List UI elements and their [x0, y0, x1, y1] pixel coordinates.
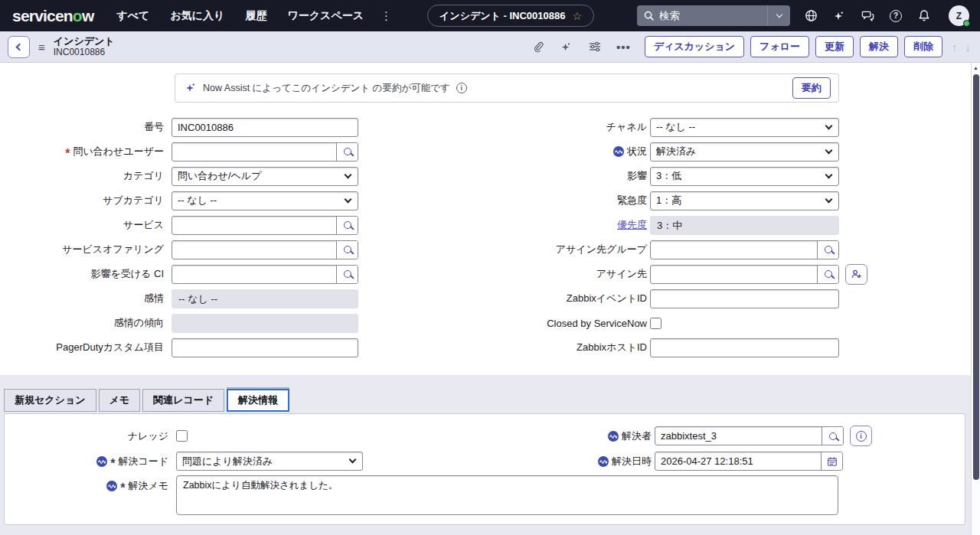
previous-record-arrow-icon[interactable]: ↑ [952, 41, 958, 54]
logo-green-o: o [73, 7, 82, 24]
knowledge-checkbox[interactable] [176, 430, 188, 442]
field-row-service: サービス [0, 213, 490, 237]
calendar-picker-button[interactable] [821, 452, 842, 470]
delete-button[interactable]: 削除 [904, 36, 942, 57]
help-icon[interactable]: ? [889, 9, 903, 23]
nav-item-workspaces[interactable]: ワークスペース [287, 9, 364, 23]
paperclip-icon[interactable] [531, 40, 545, 54]
resolution-code-select[interactable]: 問題により解決済み [176, 452, 363, 471]
field-row-pagerduty: PagerDutyカスタム項目 [0, 335, 490, 360]
service-offering-lookup-button[interactable] [336, 241, 358, 259]
subcategory-select[interactable]: -- なし -- [172, 191, 358, 210]
field-row-sentiment: 感情 -- なし -- [0, 286, 490, 311]
priority-link[interactable]: 優先度 [617, 218, 647, 232]
search-icon [829, 432, 837, 440]
assignment-group-input[interactable] [651, 241, 817, 259]
open-record-pill[interactable]: インシデント - INC0010886 ☆ [427, 5, 594, 27]
field-row-resolution-code: * 解決コード 問題により解決済み [5, 452, 495, 471]
service-lookup-button[interactable] [336, 217, 358, 234]
record-title-block: インシデント INC0010886 [54, 36, 115, 58]
search-field[interactable] [637, 10, 767, 21]
resolution-notes-textarea[interactable]: Zabbixにより自動解決されました。 [176, 475, 838, 515]
zabbix-host-id-label: ZabbixホストID [490, 341, 650, 354]
resolved-at-date-field [655, 452, 843, 471]
assignment-group-lookup-button[interactable] [817, 241, 838, 259]
required-marker: * [110, 460, 115, 468]
zabbix-event-id-input[interactable] [650, 289, 839, 308]
personalize-sliders-icon[interactable] [588, 40, 602, 54]
tab-related-records[interactable]: 関連レコード [142, 389, 224, 412]
state-select[interactable]: 解決済み [650, 142, 839, 161]
caller-input[interactable] [172, 143, 336, 161]
closed-by-servicenow-checkbox[interactable] [650, 318, 662, 329]
field-row-caller: *問い合わせユーザー [0, 139, 490, 164]
info-icon: i [856, 431, 867, 442]
now-assist-sparkle-icon[interactable] [832, 9, 846, 23]
affected-ci-label: 影響を受ける CI [0, 267, 172, 281]
category-select[interactable]: 問い合わせ/ヘルプ [172, 167, 358, 186]
record-pill-label: インシデント - INC0010886 [439, 9, 565, 23]
field-row-resolved-at: 解決日時 [495, 452, 965, 471]
field-status-indicator-icon [613, 146, 624, 157]
resolved-by-reference-field [655, 426, 844, 445]
search-input[interactable] [659, 10, 743, 21]
assign-to-me-button[interactable] [845, 264, 867, 285]
resolved-by-lookup-button[interactable] [822, 427, 843, 445]
assigned-to-lookup-button[interactable] [817, 266, 838, 283]
affected-ci-lookup-button[interactable] [336, 266, 358, 283]
nav-item-history[interactable]: 履歴 [245, 9, 266, 23]
nav-item-favorites[interactable]: お気に入り [170, 9, 224, 23]
zabbix-host-id-input[interactable] [650, 338, 839, 357]
form-context-menu-icon[interactable]: ≡ [38, 41, 45, 54]
resolve-button[interactable]: 解決 [860, 36, 898, 57]
category-label: カテゴリ [0, 169, 172, 183]
nav-item-all[interactable]: すべて [116, 9, 149, 23]
tab-new-section[interactable]: 新規セクション [4, 389, 96, 412]
search-scope-dropdown[interactable] [767, 5, 790, 26]
search-icon [344, 246, 351, 253]
assigned-to-input[interactable] [651, 266, 817, 283]
channel-select[interactable]: -- なし -- [650, 118, 839, 137]
info-icon[interactable]: i [456, 83, 467, 93]
discussion-button[interactable]: ディスカッション [645, 36, 744, 57]
calendar-icon [827, 456, 838, 467]
caller-lookup-button[interactable] [336, 143, 358, 161]
more-options-icon[interactable]: ••• [616, 41, 631, 54]
banner-message: Now Assist によってこのインシデント の要約が可能です [203, 82, 450, 95]
update-button[interactable]: 更新 [815, 36, 854, 57]
affected-ci-input[interactable] [172, 266, 336, 283]
service-input[interactable] [172, 217, 336, 234]
resolved-by-input[interactable] [655, 427, 822, 445]
summarize-button[interactable]: 要約 [792, 77, 831, 99]
resolved-at-input[interactable] [655, 452, 821, 470]
chat-icon[interactable] [861, 9, 874, 23]
service-offering-input[interactable] [172, 241, 336, 259]
favorite-star-icon[interactable]: ☆ [572, 11, 582, 21]
servicenow-logo[interactable]: servicenow [12, 7, 93, 25]
page-scrollbar[interactable]: ▲ [971, 63, 980, 535]
field-row-assignment-group: アサイン先グループ [490, 237, 971, 262]
next-record-arrow-icon[interactable]: ↓ [965, 41, 972, 54]
form-column-left: 番号 *問い合わせユーザー カテゴリ 問い合わせ/ヘルプ サブカテゴリ -- な… [0, 115, 490, 360]
back-button[interactable] [8, 36, 30, 58]
scrollbar-up-arrow[interactable]: ▲ [972, 63, 980, 73]
scrollbar-thumb[interactable] [973, 74, 979, 480]
avatar[interactable]: Z [949, 5, 969, 26]
notifications-bell-icon[interactable] [917, 9, 931, 23]
follow-button[interactable]: フォロー [750, 36, 809, 57]
search-icon [644, 11, 654, 21]
globe-icon[interactable] [804, 9, 818, 23]
chevron-down-icon [825, 146, 833, 154]
more-menus-icon[interactable]: ⋮ [381, 9, 392, 23]
pagerduty-input[interactable] [172, 338, 358, 357]
number-input[interactable] [172, 118, 358, 137]
preview-record-button[interactable]: i [850, 426, 872, 446]
record-header: ≡ インシデント INC0010886 ••• ディスカッション フォロー 更新… [0, 31, 980, 63]
impact-select[interactable]: 3：低 [650, 167, 839, 186]
urgency-select[interactable]: 1：高 [650, 191, 839, 210]
tab-notes[interactable]: メモ [99, 389, 141, 412]
tab-resolution-info[interactable]: 解決情報 [227, 389, 289, 412]
search-icon [344, 270, 351, 278]
assist-sparkle-icon[interactable] [560, 40, 573, 54]
field-row-knowledge: ナレッジ [5, 429, 495, 443]
